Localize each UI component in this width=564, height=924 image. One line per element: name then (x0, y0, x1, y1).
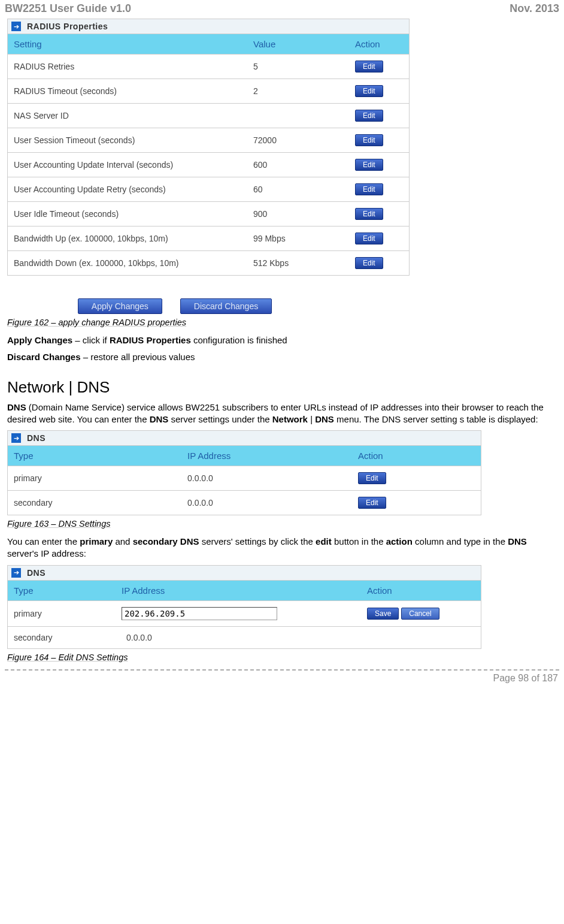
cell-value: 60 (247, 179, 349, 200)
cell-value: 600 (247, 154, 349, 176)
panel-title: DNS (27, 568, 46, 578)
cell-value: 512 Kbps (247, 252, 349, 274)
table-row: Bandwidth Up (ex. 100000, 10kbps, 10m) 9… (8, 226, 409, 250)
edit-button[interactable]: Edit (355, 159, 383, 171)
cell-setting: User Accounting Update Interval (seconds… (8, 154, 247, 176)
cell-type: secondary (8, 492, 181, 514)
cell-value: 72000 (247, 129, 349, 151)
table-row: User Accounting Update Retry (seconds) 6… (8, 177, 409, 201)
cell-setting: NAS Server ID (8, 105, 247, 126)
cell-value: 2 (247, 80, 349, 102)
cell-setting: User Session Timeout (seconds) (8, 129, 247, 151)
cell-setting: RADIUS Timeout (seconds) (8, 80, 247, 102)
cell-setting: User Accounting Update Retry (seconds) (8, 179, 247, 200)
ip-address-input[interactable] (122, 607, 277, 620)
collapse-icon[interactable] (11, 22, 21, 31)
dns-mid-text: You can enter the primary and secondary … (7, 536, 557, 560)
cell-type: primary (8, 603, 116, 624)
edit-button[interactable]: Edit (355, 110, 383, 122)
table-row: User Idle Timeout (seconds) 900 Edit (8, 201, 409, 226)
footer-separator (5, 669, 559, 671)
cell-setting: RADIUS Retries (8, 56, 247, 77)
figure-162-caption: Figure 162 – apply change RADIUS propert… (7, 318, 557, 327)
collapse-icon[interactable] (11, 433, 21, 443)
col-header-action: Action (352, 446, 481, 466)
edit-button[interactable]: Edit (355, 208, 383, 220)
cell-ip: 0.0.0.0 (181, 492, 352, 514)
label-apply: Apply Changes (7, 335, 72, 345)
label-discard: Discard Changes (7, 352, 81, 362)
edit-button[interactable]: Edit (355, 85, 383, 97)
panel-title-bar: DNS (8, 431, 481, 446)
col-header-value: Value (247, 34, 349, 54)
collapse-icon[interactable] (11, 568, 21, 578)
col-header-action: Action (349, 34, 409, 54)
col-header-action: Action (361, 581, 481, 600)
page-number: Page 98 of 187 (0, 673, 564, 690)
edit-button[interactable]: Edit (355, 257, 383, 269)
dns-panel: DNS Type IP Address Action primary 0.0.0… (7, 430, 481, 515)
save-button[interactable]: Save (367, 608, 399, 620)
cell-setting: Bandwidth Down (ex. 100000, 10kbps, 10m) (8, 252, 247, 274)
cell-type: secondary (8, 627, 116, 648)
cell-ip: 0.0.0.0 (116, 627, 366, 648)
table-row: RADIUS Retries 5 Edit (8, 54, 409, 78)
panel-title-bar: DNS (8, 566, 481, 581)
apply-changes-button[interactable]: Apply Changes (78, 298, 162, 314)
edit-button[interactable]: Edit (355, 232, 383, 244)
figure-164-caption: Figure 164 – Edit DNS Settings (7, 653, 557, 662)
col-header-setting: Setting (8, 34, 247, 54)
cell-value (247, 110, 349, 122)
cell-value: 99 Mbps (247, 228, 349, 249)
table-row: User Session Timeout (seconds) 72000 Edi… (8, 128, 409, 152)
edit-button[interactable]: Edit (355, 183, 383, 195)
discard-changes-button[interactable]: Discard Changes (180, 298, 272, 314)
table-row: secondary 0.0.0.0 (8, 626, 481, 648)
table-row: primary Save Cancel (8, 600, 481, 626)
dns-intro-text: DNS (Domain Name Service) service allows… (7, 401, 557, 426)
col-header-type: Type (8, 581, 116, 600)
doc-title: BW2251 User Guide v1.0 (5, 2, 131, 15)
panel-title: RADIUS Properties (27, 22, 108, 31)
panel-title-bar: RADIUS Properties (8, 19, 409, 34)
apply-help-text: Apply Changes – click if RADIUS Properti… (7, 334, 557, 346)
doc-date: Nov. 2013 (510, 2, 559, 15)
table-header-row: Type IP Address Action (8, 446, 481, 466)
table-row: NAS Server ID Edit (8, 103, 409, 128)
panel-title: DNS (27, 433, 46, 443)
table-row: primary 0.0.0.0 Edit (8, 466, 481, 490)
cell-setting: Bandwidth Up (ex. 100000, 10kbps, 10m) (8, 228, 247, 249)
edit-button[interactable]: Edit (358, 472, 386, 484)
cancel-button[interactable]: Cancel (401, 608, 439, 620)
table-row: User Accounting Update Interval (seconds… (8, 152, 409, 177)
table-row: Bandwidth Down (ex. 100000, 10kbps, 10m)… (8, 250, 409, 275)
cell-ip: 0.0.0.0 (181, 467, 352, 489)
cell-type: primary (8, 467, 181, 489)
cell-value: 5 (247, 56, 349, 77)
cell-setting: User Idle Timeout (seconds) (8, 203, 247, 225)
section-heading-network-dns: Network | DNS (7, 378, 557, 397)
col-header-ip: IP Address (181, 446, 352, 466)
col-header-type: Type (8, 446, 181, 466)
edit-button[interactable]: Edit (355, 134, 383, 146)
discard-help-text: Discard Changes – restore all previous v… (7, 351, 557, 363)
table-header-row: Setting Value Action (8, 34, 409, 54)
cell-value: 900 (247, 203, 349, 225)
dns-edit-panel: DNS Type IP Address Action primary Save … (7, 565, 481, 649)
table-row: RADIUS Timeout (seconds) 2 Edit (8, 78, 409, 103)
table-header-row: Type IP Address Action (8, 581, 481, 600)
table-row: secondary 0.0.0.0 Edit (8, 490, 481, 515)
col-header-ip: IP Address (116, 581, 361, 600)
figure-163-caption: Figure 163 – DNS Settings (7, 519, 557, 529)
radius-properties-panel: RADIUS Properties Setting Value Action R… (7, 19, 410, 276)
edit-button[interactable]: Edit (355, 61, 383, 73)
edit-button[interactable]: Edit (358, 497, 386, 509)
